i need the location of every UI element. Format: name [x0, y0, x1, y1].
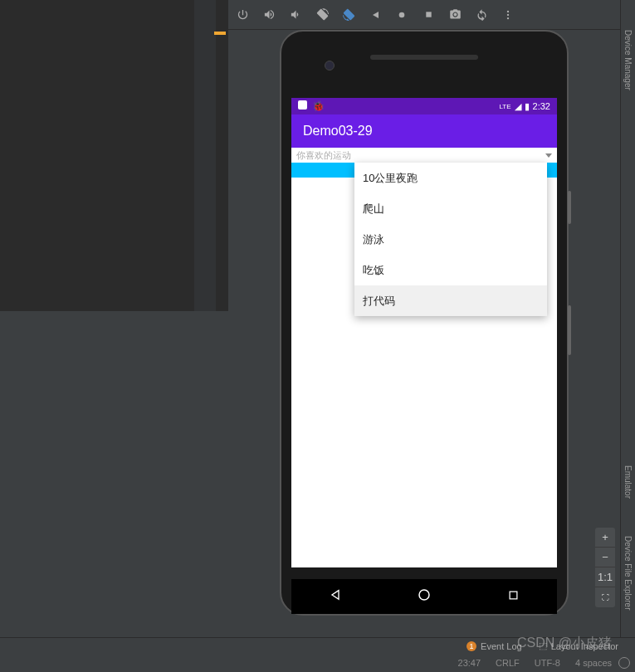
back-icon[interactable] — [368, 7, 383, 22]
stop-icon[interactable] — [421, 7, 436, 22]
caret-position[interactable]: 23:47 — [458, 658, 481, 668]
spinner-dropdown: 10公里夜跑 爬山 游泳 吃饭 打代码 — [354, 163, 547, 316]
nav-home-icon[interactable] — [417, 587, 432, 606]
android-nav-bar — [291, 579, 557, 614]
layout-inspector-button[interactable]: ⬚ Layout Inspector — [539, 640, 618, 651]
indent[interactable]: 4 spaces — [575, 658, 612, 668]
nav-back-icon[interactable] — [329, 588, 342, 605]
notification-icon — [298, 100, 307, 110]
volume-up-icon[interactable] — [261, 7, 276, 22]
encoding[interactable]: UTF-8 — [535, 658, 560, 668]
tab-device-manager[interactable]: Device Manager — [621, 25, 635, 90]
volume-down-icon[interactable] — [288, 7, 303, 22]
more-icon[interactable] — [501, 7, 515, 22]
gutter — [194, 0, 216, 311]
tab-device-file-explorer[interactable]: Device File Explorer — [621, 531, 635, 610]
gutter-marker — [214, 32, 226, 35]
app-bar: Demo03-29 — [291, 114, 557, 148]
svg-rect-1 — [426, 12, 431, 17]
zoom-in-button[interactable]: + — [595, 528, 615, 548]
debug-icon: 🐞 — [312, 100, 325, 112]
chevron-down-icon — [545, 153, 552, 158]
zoom-controls: + − 1:1 ⛶ — [595, 528, 615, 607]
battery-icon: ▮ — [525, 101, 530, 112]
editor-left-panel — [0, 0, 228, 672]
nav-recent-icon[interactable] — [507, 589, 520, 605]
line-ending[interactable]: CRLF — [496, 658, 520, 668]
refresh-icon[interactable] — [474, 7, 489, 22]
clock: 2:32 — [533, 101, 550, 111]
svg-point-0 — [399, 12, 405, 17]
dropdown-item-4[interactable]: 打代码 — [354, 285, 547, 316]
face-icon[interactable] — [618, 657, 630, 669]
event-log-button[interactable]: 1 Event Log — [466, 641, 522, 651]
side-button-1 — [568, 191, 571, 224]
camera-icon[interactable] — [447, 7, 462, 22]
svg-rect-6 — [510, 592, 517, 599]
network-label: LTE — [500, 103, 511, 110]
svg-point-4 — [507, 17, 509, 18]
zoom-actual-button[interactable]: 1:1 — [595, 567, 615, 587]
phone-frame: 🐞 LTE ◢ ▮ 2:32 Demo03-29 你喜欢的运动 10公里夜跑 — [280, 30, 569, 616]
dropdown-item-1[interactable]: 爬山 — [354, 193, 547, 224]
spinner[interactable]: 你喜欢的运动 — [291, 148, 557, 163]
svg-point-3 — [507, 13, 509, 15]
dropdown-item-3[interactable]: 吃饭 — [354, 255, 547, 285]
svg-point-2 — [507, 10, 509, 12]
phone-screen: 🐞 LTE ◢ ▮ 2:32 Demo03-29 你喜欢的运动 10公里夜跑 — [291, 98, 557, 567]
svg-point-5 — [419, 590, 429, 600]
ide-bottom-toolbar: 1 Event Log ⬚ Layout Inspector — [0, 637, 635, 654]
emulator-toolbar — [228, 0, 635, 30]
dropdown-item-0[interactable]: 10公里夜跑 — [354, 163, 547, 193]
layout-inspector-icon: ⬚ — [539, 640, 547, 651]
ide-status-bar: 23:47 CRLF UTF-8 4 spaces — [0, 654, 635, 672]
tab-emulator[interactable]: Emulator — [621, 460, 635, 499]
emulator-viewport: 🐞 LTE ◢ ▮ 2:32 Demo03-29 你喜欢的运动 10公里夜跑 — [228, 30, 600, 637]
right-tool-strip: Device Manager Emulator Device File Expl… — [620, 0, 635, 672]
rotate-right-icon[interactable] — [341, 7, 356, 22]
side-button-2 — [568, 305, 571, 355]
event-badge: 1 — [466, 641, 476, 651]
android-status-bar: 🐞 LTE ◢ ▮ 2:32 — [291, 98, 557, 114]
front-camera — [325, 61, 335, 71]
earpiece — [370, 55, 478, 60]
rotate-left-icon[interactable] — [315, 7, 330, 22]
zoom-fit-button[interactable]: ⛶ — [595, 587, 615, 607]
dropdown-item-2[interactable]: 游泳 — [354, 224, 547, 255]
signal-icon: ◢ — [515, 101, 521, 112]
spinner-label: 你喜欢的运动 — [296, 149, 351, 162]
record-icon[interactable] — [394, 7, 409, 22]
zoom-out-button[interactable]: − — [595, 548, 615, 567]
power-icon[interactable] — [235, 7, 250, 22]
app-title: Demo03-29 — [303, 124, 373, 139]
